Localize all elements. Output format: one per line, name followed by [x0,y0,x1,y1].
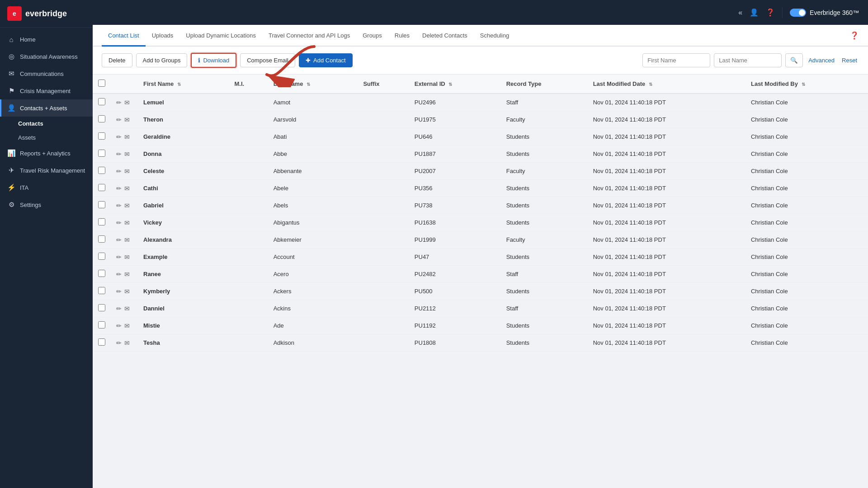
sidebar-item-reports-analytics[interactable]: 📊 Reports + Analytics [0,145,93,162]
email-icon-8[interactable]: ✉ [124,236,130,244]
edit-icon-12[interactable]: ✏ [116,305,122,312]
edit-icon-1[interactable]: ✏ [116,116,122,123]
email-icon-3[interactable]: ✉ [124,150,130,158]
sidebar-item-home-label: Home [20,36,36,43]
add-to-groups-button[interactable]: Add to Groups [136,53,188,67]
external-id-column-header[interactable]: External ID ⇅ [409,75,501,94]
last-modified-date-column-header[interactable]: Last Modified Date ⇅ [588,75,745,94]
edit-icon-11[interactable]: ✏ [116,288,122,295]
row-actions-7: ✏ ✉ [116,219,132,226]
compose-email-button[interactable]: Compose Email [240,53,295,67]
user-icon[interactable]: 👤 [750,8,759,17]
last-name-sort-icon: ⇅ [307,82,310,87]
row-checkbox-5[interactable] [98,184,105,191]
tab-uploads[interactable]: Uploads [146,25,180,47]
cell-last-name-1: Aarsvold [268,111,358,128]
row-checkbox-2[interactable] [98,132,105,140]
tab-help-icon[interactable]: ❓ [850,31,859,40]
tab-travel-connector[interactable]: Travel Connector and API Logs [262,25,356,47]
help-icon[interactable]: ❓ [766,8,775,17]
download-button[interactable]: ℹ Download [191,53,236,68]
sidebar-item-communications[interactable]: ✉ Communications [0,65,93,82]
email-icon-13[interactable]: ✉ [124,322,130,329]
reset-button[interactable]: Reset [840,55,859,66]
email-icon-14[interactable]: ✉ [124,339,130,347]
last-name-search[interactable] [714,53,782,67]
edit-icon-2[interactable]: ✏ [116,133,122,141]
tab-groups[interactable]: Groups [356,25,388,47]
cell-external-id-0: PU2496 [409,94,501,111]
sidebar-item-ita[interactable]: ⚡ ITA [0,179,93,196]
email-icon-11[interactable]: ✉ [124,288,130,295]
add-contact-button[interactable]: ✚ Add Contact [299,53,353,67]
edit-icon-6[interactable]: ✏ [116,202,122,209]
row-checkbox-11[interactable] [98,287,105,294]
email-icon-12[interactable]: ✉ [124,305,130,312]
first-name-search[interactable] [642,53,710,67]
edit-icon-5[interactable]: ✏ [116,185,122,192]
row-checkbox-3[interactable] [98,150,105,157]
tab-contact-list[interactable]: Contact List [102,25,146,47]
tab-upload-dynamic[interactable]: Upload Dynamic Locations [179,25,262,47]
tab-rules[interactable]: Rules [388,25,416,47]
email-icon-4[interactable]: ✉ [124,168,130,175]
edit-icon-0[interactable]: ✏ [116,99,122,106]
everbridge-360-toggle[interactable] [790,9,806,17]
table-row: ✏ ✉ Kymberly Ackers PU500 Students Nov 0… [93,283,868,300]
first-name-column-header[interactable]: First Name ⇅ [138,75,229,94]
email-icon-7[interactable]: ✉ [124,219,130,226]
row-checkbox-7[interactable] [98,218,105,225]
sidebar-item-home[interactable]: ⌂ Home [0,31,93,48]
edit-icon-7[interactable]: ✏ [116,219,122,226]
email-icon-6[interactable]: ✉ [124,202,130,209]
table-row: ✏ ✉ Alexandra Abkemeier PU1999 Faculty N… [93,231,868,249]
email-icon-1[interactable]: ✉ [124,116,130,123]
sidebar-item-situational-awareness[interactable]: ◎ Situational Awareness [0,48,93,65]
cell-first-name-10: Ranee [138,266,229,283]
select-all-checkbox[interactable] [98,80,105,87]
row-checkbox-10[interactable] [98,270,105,277]
sidebar-item-travel-risk[interactable]: ✈ Travel Risk Management [0,162,93,179]
search-button[interactable]: 🔍 [785,53,803,67]
email-icon-0[interactable]: ✉ [124,99,130,106]
edit-icon-10[interactable]: ✏ [116,271,122,278]
tab-deleted-contacts[interactable]: Deleted Contacts [416,25,474,47]
edit-icon-13[interactable]: ✏ [116,322,122,329]
edit-icon-9[interactable]: ✏ [116,253,122,261]
edit-icon-3[interactable]: ✏ [116,150,122,158]
sidebar-item-crisis-management[interactable]: ⚑ Crisis Management [0,82,93,99]
last-modified-by-column-header[interactable]: Last Modified By ⇅ [745,75,868,94]
cell-modified-by-5: Christian Cole [745,180,868,197]
row-checkbox-6[interactable] [98,201,105,208]
sidebar-item-settings[interactable]: ⚙ Settings [0,196,93,213]
cell-record-type-3: Students [501,145,588,163]
row-checkbox-8[interactable] [98,235,105,243]
row-checkbox-13[interactable] [98,321,105,328]
sidebar-subitem-assets[interactable]: Assets [0,131,93,145]
table-row: ✏ ✉ Lemuel Aamot PU2496 Staff Nov 01, 20… [93,94,868,111]
advanced-search-button[interactable]: Advanced [807,55,836,66]
delete-button[interactable]: Delete [102,53,132,67]
email-icon-9[interactable]: ✉ [124,253,130,261]
last-name-column-header[interactable]: Last Name ⇅ [268,75,358,94]
edit-icon-14[interactable]: ✏ [116,339,122,347]
cell-mi-2 [229,128,268,145]
cell-last-modified-9: Nov 01, 2024 11:40:18 PDT [588,249,745,266]
compose-email-label: Compose Email [247,57,288,64]
table-row: ✏ ✉ Example Account PU47 Students Nov 01… [93,249,868,266]
sidebar-item-contacts-assets[interactable]: 👤 Contacts + Assets [0,99,93,117]
tab-scheduling[interactable]: Scheduling [474,25,515,47]
sidebar-subitem-contacts[interactable]: Contacts [0,117,93,131]
row-checkbox-1[interactable] [98,115,105,122]
email-icon-10[interactable]: ✉ [124,271,130,278]
collapse-icon[interactable]: « [738,9,742,17]
row-checkbox-0[interactable] [98,98,105,105]
row-checkbox-12[interactable] [98,304,105,311]
row-checkbox-14[interactable] [98,338,105,346]
edit-icon-8[interactable]: ✏ [116,236,122,244]
email-icon-5[interactable]: ✉ [124,185,130,192]
row-checkbox-9[interactable] [98,253,105,260]
edit-icon-4[interactable]: ✏ [116,168,122,175]
row-checkbox-4[interactable] [98,167,105,174]
email-icon-2[interactable]: ✉ [124,133,130,141]
